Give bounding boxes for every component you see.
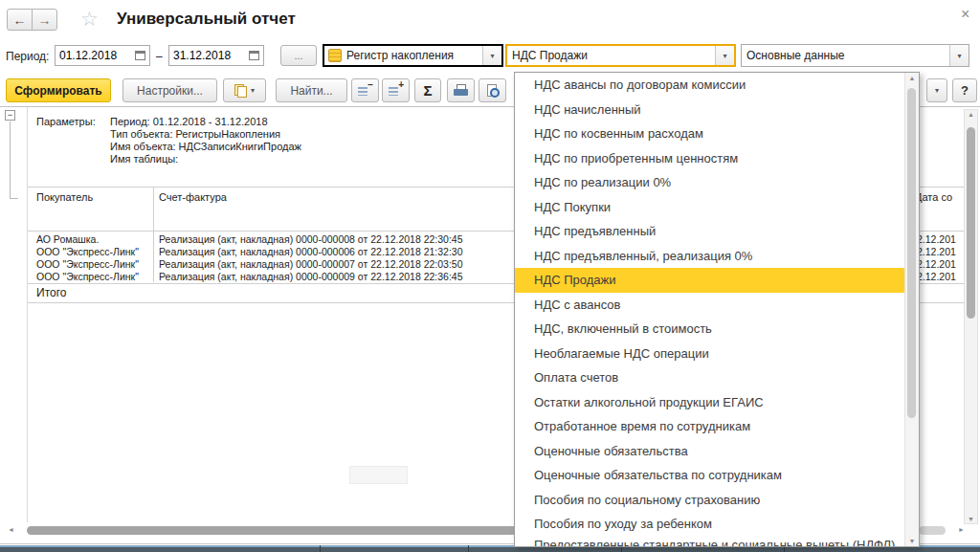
find-button[interactable]: Найти... <box>276 78 347 102</box>
date-to-input[interactable] <box>169 46 245 65</box>
copy-documents-icon <box>234 84 247 97</box>
dropdown-item-clipped[interactable]: Предоставленные стандартные и социальные… <box>515 537 904 547</box>
column-header-invoice: Счет-фактура <box>159 191 227 203</box>
scroll-right-icon[interactable]: ► <box>958 526 965 533</box>
chevron-down-icon[interactable]: ▾ <box>482 46 501 65</box>
period-dash: – <box>156 50 163 63</box>
dropdown-item[interactable]: Остатки алкогольной продукции ЕГАИС <box>515 390 904 415</box>
forward-icon: → <box>38 12 52 28</box>
cell-invoice[interactable]: Реализация (акт, накладная) 0000-000006 … <box>159 246 463 257</box>
help-button[interactable]: ? <box>952 78 977 102</box>
period-more-button[interactable]: ... <box>280 45 317 66</box>
expand-groups-button[interactable] <box>382 78 410 102</box>
scroll-down-icon[interactable]: ▼ <box>965 516 977 522</box>
object-name-combobox[interactable]: НДС Продажи ▾ <box>505 44 736 67</box>
sum-button[interactable]: Σ <box>414 78 441 102</box>
object-name-value: НДС Продажи <box>507 49 715 62</box>
params-label: Параметры: <box>36 116 96 127</box>
calendar-icon <box>249 51 259 60</box>
cell-invoice[interactable]: Реализация (акт, накладная) 0000-000007 … <box>159 258 463 270</box>
param-object-name: Имя объекта: НДСЗаписиКнигиПродаж <box>110 141 301 152</box>
chevron-down-icon[interactable]: ▾ <box>715 46 734 65</box>
settings-button[interactable]: Настройки... <box>122 78 217 102</box>
dropdown-item[interactable]: Оценочные обязательства по сотрудникам <box>515 463 904 488</box>
date-to-field[interactable] <box>168 45 264 66</box>
vertical-scrollbar-thumb[interactable] <box>967 127 975 319</box>
dropdown-item-list: НДС авансы по договорам комиссии НДС нач… <box>515 73 904 546</box>
dropdown-item[interactable]: НДС авансы по договорам комиссии <box>515 73 904 98</box>
favorite-star-icon[interactable]: ☆ <box>80 8 99 31</box>
dropdown-item[interactable]: Необлагаемые НДС операции <box>515 342 904 366</box>
dropdown-scrollbar[interactable]: ▲ ▼ <box>904 73 919 546</box>
report-variants-button[interactable]: ▾ <box>223 78 266 102</box>
group-bracket-line <box>10 121 11 198</box>
generate-button[interactable]: Сформировать <box>6 78 111 102</box>
collapse-groups-button[interactable] <box>351 78 379 102</box>
period-label: Период: <box>6 50 49 63</box>
universal-report-window: ← → ☆ Универсальный отчет × Период: – ..… <box>0 0 980 552</box>
object-type-combobox[interactable]: Регистр накопления ▾ <box>323 44 503 67</box>
cell-buyer[interactable]: АО Ромашка. <box>36 233 99 245</box>
expand-groups-icon <box>389 84 403 98</box>
dropdown-item[interactable]: НДС предъявленный <box>515 219 904 244</box>
date-from-field[interactable] <box>55 45 150 66</box>
preview-icon <box>486 84 500 98</box>
sheet-left-border <box>27 107 28 522</box>
cell-date[interactable]: 2.12.201 <box>917 258 956 270</box>
chevron-down-icon: ▾ <box>251 86 255 95</box>
date-to-calendar-button[interactable] <box>245 46 263 65</box>
taskbar-segment[interactable] <box>0 545 321 552</box>
cell-invoice[interactable]: Реализация (акт, накладная) 0000-000008 … <box>159 233 463 245</box>
scroll-down-icon[interactable]: ▼ <box>905 538 919 544</box>
group-bracket-stub <box>10 198 18 199</box>
cell-buyer[interactable]: ООО "Экспресс-Линк" <box>36 258 139 270</box>
scroll-left-icon[interactable]: ◄ <box>8 526 14 533</box>
column-separator <box>153 188 154 282</box>
object-name-dropdown: НДС авансы по договорам комиссии НДС нач… <box>514 72 920 547</box>
total-row-label[interactable]: Итого <box>36 286 66 299</box>
cell-date[interactable]: 2.12.201 <box>917 233 956 245</box>
scroll-up-icon[interactable]: ▲ <box>965 111 977 118</box>
dropdown-item[interactable]: Отработанное время по сотрудникам <box>515 414 904 439</box>
dropdown-item[interactable]: НДС Покупки <box>515 195 904 220</box>
param-table-name: Имя таблицы: <box>110 153 178 165</box>
param-period: Период: 01.12.2018 - 31.12.2018 <box>110 116 268 127</box>
dropdown-item[interactable]: НДС с авансов <box>515 293 904 318</box>
dropdown-item[interactable]: НДС начисленный <box>515 98 904 122</box>
dropdown-item[interactable]: Пособия по уходу за ребенком <box>515 512 904 537</box>
dropdown-item-selected[interactable]: НДС Продажи <box>515 268 904 293</box>
collapse-groups-icon <box>358 84 372 98</box>
dropdown-item[interactable]: НДС по косвенным расходам <box>515 121 904 146</box>
group-collapse-box[interactable]: − <box>5 110 15 121</box>
close-icon[interactable]: × <box>961 6 969 23</box>
dropdown-item[interactable]: Оценочные обязательства <box>515 439 904 464</box>
chevron-down-icon[interactable]: ▾ <box>949 45 969 66</box>
cell-buyer[interactable]: ООО "Экспресс-Линк" <box>36 246 139 257</box>
dropdown-item[interactable]: НДС по реализации 0% <box>515 170 904 195</box>
empty-cell-highlight <box>349 466 408 484</box>
horizontal-scrollbar-end[interactable] <box>919 526 946 535</box>
cell-date[interactable]: 2.12.201 <box>917 246 956 257</box>
table-kind-combobox[interactable]: Основные данные ▾ <box>741 44 969 67</box>
dropdown-item[interactable]: Оплата счетов <box>515 365 904 390</box>
back-button[interactable]: ← <box>7 9 33 31</box>
cell-buyer[interactable]: ООО "Экспресс-Линк" <box>36 271 139 282</box>
vertical-scrollbar[interactable]: ▲ ▼ <box>964 109 978 524</box>
dropdown-item[interactable]: Пособия по социальному страхованию <box>515 488 904 513</box>
print-preview-button[interactable] <box>479 78 506 102</box>
dropdown-item[interactable]: НДС предъявленный, реализация 0% <box>515 244 904 269</box>
scroll-up-icon[interactable]: ▲ <box>905 75 919 81</box>
print-button[interactable] <box>447 78 475 102</box>
forward-button[interactable]: → <box>32 9 57 31</box>
dropdown-item[interactable]: НДС, включенный в стоимость <box>515 317 904 342</box>
more-commands-button[interactable]: ▾ <box>926 78 947 102</box>
taskbar-segment[interactable] <box>321 545 469 552</box>
cell-invoice[interactable]: Реализация (акт, накладная) 0000-000009 … <box>159 271 463 282</box>
page-title: Универсальный отчет <box>117 10 296 29</box>
date-from-calendar-button[interactable] <box>131 46 149 65</box>
table-kind-value: Основные данные <box>742 49 949 62</box>
cell-date[interactable]: 2.12.201 <box>917 271 956 282</box>
date-from-input[interactable] <box>56 46 131 65</box>
dropdown-item[interactable]: НДС по приобретенным ценностям <box>515 146 904 171</box>
dropdown-scrollbar-thumb[interactable] <box>907 88 916 418</box>
